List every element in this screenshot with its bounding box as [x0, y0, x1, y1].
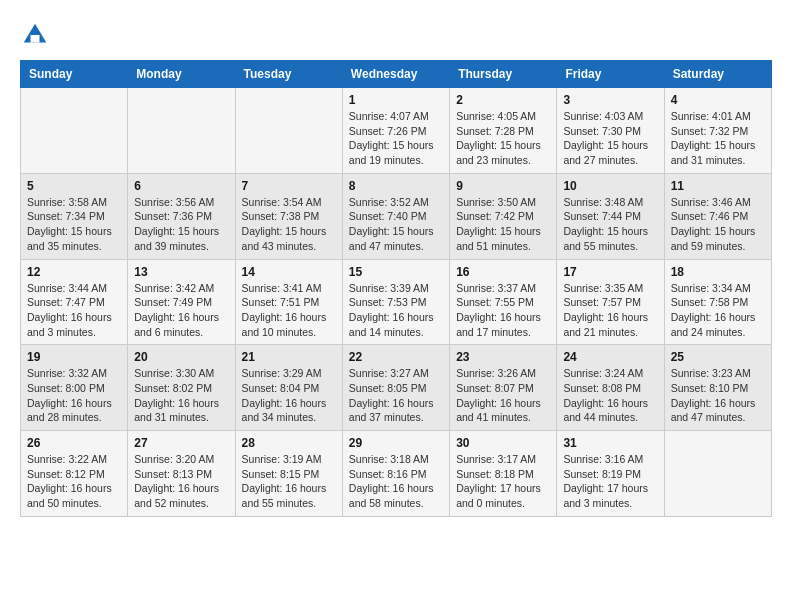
day-number: 19 [27, 350, 121, 364]
day-detail: Sunrise: 3:48 AM Sunset: 7:44 PM Dayligh… [563, 195, 657, 254]
day-detail: Sunrise: 3:26 AM Sunset: 8:07 PM Dayligh… [456, 366, 550, 425]
day-detail: Sunrise: 3:58 AM Sunset: 7:34 PM Dayligh… [27, 195, 121, 254]
weekday-header-monday: Monday [128, 61, 235, 88]
day-number: 10 [563, 179, 657, 193]
calendar-week-4: 19Sunrise: 3:32 AM Sunset: 8:00 PM Dayli… [21, 345, 772, 431]
weekday-header-friday: Friday [557, 61, 664, 88]
day-detail: Sunrise: 3:39 AM Sunset: 7:53 PM Dayligh… [349, 281, 443, 340]
day-number: 1 [349, 93, 443, 107]
day-number: 11 [671, 179, 765, 193]
logo [20, 20, 54, 50]
day-number: 18 [671, 265, 765, 279]
day-detail: Sunrise: 3:35 AM Sunset: 7:57 PM Dayligh… [563, 281, 657, 340]
day-number: 22 [349, 350, 443, 364]
calendar-cell: 5Sunrise: 3:58 AM Sunset: 7:34 PM Daylig… [21, 173, 128, 259]
calendar-body: 1Sunrise: 4:07 AM Sunset: 7:26 PM Daylig… [21, 88, 772, 517]
calendar-cell: 1Sunrise: 4:07 AM Sunset: 7:26 PM Daylig… [342, 88, 449, 174]
calendar-cell: 16Sunrise: 3:37 AM Sunset: 7:55 PM Dayli… [450, 259, 557, 345]
weekday-header-thursday: Thursday [450, 61, 557, 88]
calendar-cell: 12Sunrise: 3:44 AM Sunset: 7:47 PM Dayli… [21, 259, 128, 345]
calendar-cell [664, 431, 771, 517]
day-number: 24 [563, 350, 657, 364]
day-number: 17 [563, 265, 657, 279]
calendar-cell: 24Sunrise: 3:24 AM Sunset: 8:08 PM Dayli… [557, 345, 664, 431]
weekday-header-wednesday: Wednesday [342, 61, 449, 88]
day-number: 29 [349, 436, 443, 450]
day-detail: Sunrise: 3:50 AM Sunset: 7:42 PM Dayligh… [456, 195, 550, 254]
day-detail: Sunrise: 3:46 AM Sunset: 7:46 PM Dayligh… [671, 195, 765, 254]
calendar-cell: 14Sunrise: 3:41 AM Sunset: 7:51 PM Dayli… [235, 259, 342, 345]
calendar-cell: 29Sunrise: 3:18 AM Sunset: 8:16 PM Dayli… [342, 431, 449, 517]
calendar-cell: 15Sunrise: 3:39 AM Sunset: 7:53 PM Dayli… [342, 259, 449, 345]
day-number: 6 [134, 179, 228, 193]
page-header [20, 20, 772, 50]
day-detail: Sunrise: 3:19 AM Sunset: 8:15 PM Dayligh… [242, 452, 336, 511]
day-detail: Sunrise: 3:16 AM Sunset: 8:19 PM Dayligh… [563, 452, 657, 511]
day-detail: Sunrise: 3:56 AM Sunset: 7:36 PM Dayligh… [134, 195, 228, 254]
day-detail: Sunrise: 3:20 AM Sunset: 8:13 PM Dayligh… [134, 452, 228, 511]
day-number: 23 [456, 350, 550, 364]
calendar-cell [21, 88, 128, 174]
day-number: 31 [563, 436, 657, 450]
day-detail: Sunrise: 3:22 AM Sunset: 8:12 PM Dayligh… [27, 452, 121, 511]
calendar-cell: 28Sunrise: 3:19 AM Sunset: 8:15 PM Dayli… [235, 431, 342, 517]
day-detail: Sunrise: 3:27 AM Sunset: 8:05 PM Dayligh… [349, 366, 443, 425]
calendar-cell: 30Sunrise: 3:17 AM Sunset: 8:18 PM Dayli… [450, 431, 557, 517]
calendar-cell: 10Sunrise: 3:48 AM Sunset: 7:44 PM Dayli… [557, 173, 664, 259]
day-detail: Sunrise: 3:52 AM Sunset: 7:40 PM Dayligh… [349, 195, 443, 254]
weekday-header-saturday: Saturday [664, 61, 771, 88]
day-detail: Sunrise: 3:37 AM Sunset: 7:55 PM Dayligh… [456, 281, 550, 340]
day-detail: Sunrise: 4:05 AM Sunset: 7:28 PM Dayligh… [456, 109, 550, 168]
day-detail: Sunrise: 3:17 AM Sunset: 8:18 PM Dayligh… [456, 452, 550, 511]
calendar-header: SundayMondayTuesdayWednesdayThursdayFrid… [21, 61, 772, 88]
calendar-cell: 27Sunrise: 3:20 AM Sunset: 8:13 PM Dayli… [128, 431, 235, 517]
calendar-cell [128, 88, 235, 174]
day-number: 13 [134, 265, 228, 279]
calendar-week-1: 1Sunrise: 4:07 AM Sunset: 7:26 PM Daylig… [21, 88, 772, 174]
calendar-cell: 4Sunrise: 4:01 AM Sunset: 7:32 PM Daylig… [664, 88, 771, 174]
calendar-cell: 2Sunrise: 4:05 AM Sunset: 7:28 PM Daylig… [450, 88, 557, 174]
calendar-cell: 13Sunrise: 3:42 AM Sunset: 7:49 PM Dayli… [128, 259, 235, 345]
day-detail: Sunrise: 4:01 AM Sunset: 7:32 PM Dayligh… [671, 109, 765, 168]
calendar-cell: 11Sunrise: 3:46 AM Sunset: 7:46 PM Dayli… [664, 173, 771, 259]
day-detail: Sunrise: 4:07 AM Sunset: 7:26 PM Dayligh… [349, 109, 443, 168]
day-detail: Sunrise: 3:30 AM Sunset: 8:02 PM Dayligh… [134, 366, 228, 425]
calendar-week-2: 5Sunrise: 3:58 AM Sunset: 7:34 PM Daylig… [21, 173, 772, 259]
day-number: 14 [242, 265, 336, 279]
day-detail: Sunrise: 3:32 AM Sunset: 8:00 PM Dayligh… [27, 366, 121, 425]
day-number: 8 [349, 179, 443, 193]
calendar-cell: 7Sunrise: 3:54 AM Sunset: 7:38 PM Daylig… [235, 173, 342, 259]
day-detail: Sunrise: 3:44 AM Sunset: 7:47 PM Dayligh… [27, 281, 121, 340]
day-number: 2 [456, 93, 550, 107]
day-number: 26 [27, 436, 121, 450]
day-detail: Sunrise: 3:23 AM Sunset: 8:10 PM Dayligh… [671, 366, 765, 425]
day-number: 12 [27, 265, 121, 279]
calendar-cell [235, 88, 342, 174]
day-detail: Sunrise: 3:29 AM Sunset: 8:04 PM Dayligh… [242, 366, 336, 425]
day-number: 7 [242, 179, 336, 193]
weekday-row: SundayMondayTuesdayWednesdayThursdayFrid… [21, 61, 772, 88]
calendar-cell: 9Sunrise: 3:50 AM Sunset: 7:42 PM Daylig… [450, 173, 557, 259]
svg-rect-1 [31, 35, 40, 43]
calendar-cell: 25Sunrise: 3:23 AM Sunset: 8:10 PM Dayli… [664, 345, 771, 431]
day-number: 25 [671, 350, 765, 364]
day-detail: Sunrise: 3:41 AM Sunset: 7:51 PM Dayligh… [242, 281, 336, 340]
calendar-cell: 26Sunrise: 3:22 AM Sunset: 8:12 PM Dayli… [21, 431, 128, 517]
day-detail: Sunrise: 3:34 AM Sunset: 7:58 PM Dayligh… [671, 281, 765, 340]
calendar-cell: 22Sunrise: 3:27 AM Sunset: 8:05 PM Dayli… [342, 345, 449, 431]
calendar-cell: 31Sunrise: 3:16 AM Sunset: 8:19 PM Dayli… [557, 431, 664, 517]
day-number: 3 [563, 93, 657, 107]
calendar-cell: 6Sunrise: 3:56 AM Sunset: 7:36 PM Daylig… [128, 173, 235, 259]
calendar-week-5: 26Sunrise: 3:22 AM Sunset: 8:12 PM Dayli… [21, 431, 772, 517]
calendar-cell: 18Sunrise: 3:34 AM Sunset: 7:58 PM Dayli… [664, 259, 771, 345]
day-number: 15 [349, 265, 443, 279]
weekday-header-tuesday: Tuesday [235, 61, 342, 88]
day-detail: Sunrise: 3:54 AM Sunset: 7:38 PM Dayligh… [242, 195, 336, 254]
day-number: 9 [456, 179, 550, 193]
calendar-cell: 23Sunrise: 3:26 AM Sunset: 8:07 PM Dayli… [450, 345, 557, 431]
day-detail: Sunrise: 3:42 AM Sunset: 7:49 PM Dayligh… [134, 281, 228, 340]
calendar-cell: 3Sunrise: 4:03 AM Sunset: 7:30 PM Daylig… [557, 88, 664, 174]
day-number: 28 [242, 436, 336, 450]
day-detail: Sunrise: 4:03 AM Sunset: 7:30 PM Dayligh… [563, 109, 657, 168]
weekday-header-sunday: Sunday [21, 61, 128, 88]
